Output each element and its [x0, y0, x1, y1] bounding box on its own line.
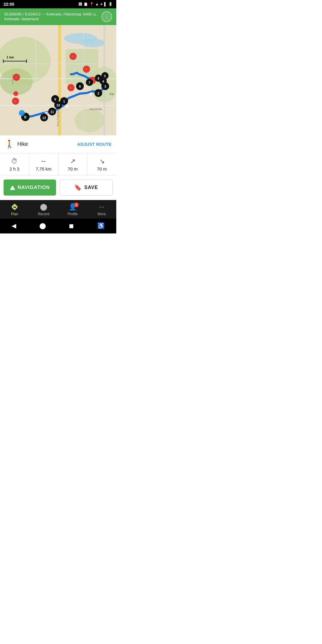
- svg-text:6: 6: [97, 77, 99, 80]
- arrow-text: →: [41, 12, 46, 16]
- stats-row: ⏱ 2 h 3 ↔ 7,75 km ↗ 70 m ↘ 70 m: [0, 153, 116, 175]
- navigation-label: NAVIGATION: [18, 185, 50, 190]
- nav-profile-label: Profile: [68, 212, 78, 216]
- distance-icon: ↔: [40, 157, 47, 165]
- header-bar: 50,856095 / 6,024013 → Kerkrade, Pleinst…: [0, 8, 116, 25]
- recents-button[interactable]: ◼: [64, 221, 79, 230]
- svg-text:8: 8: [79, 85, 81, 88]
- svg-text:4: 4: [102, 80, 104, 83]
- svg-text:🚶: 🚶: [84, 67, 89, 72]
- svg-text:3: 3: [104, 85, 106, 88]
- svg-text:Ring Parkstad: Ring Parkstad: [56, 109, 59, 126]
- svg-text:11: 11: [50, 110, 54, 114]
- svg-rect-19: [26, 59, 27, 63]
- svg-rect-18: [3, 59, 4, 63]
- navigate-triangle-icon: [10, 185, 15, 190]
- signal-icon: ▌: [104, 2, 107, 6]
- home-button[interactable]: ⬤: [35, 221, 51, 230]
- stat-duration: ⏱ 2 h 3: [0, 153, 29, 175]
- gallery-icon: 🖼: [78, 2, 82, 6]
- svg-text:12: 12: [42, 116, 46, 120]
- svg-point-2: [80, 38, 104, 47]
- svg-text:7: 7: [89, 81, 90, 84]
- coordinates-text: 50,856095 / 6,024013: [4, 12, 41, 16]
- battery-icon: 🔋: [108, 2, 113, 6]
- more-dots-icon: ···: [99, 203, 104, 211]
- svg-text:🚶: 🚶: [14, 75, 18, 80]
- save-label: SAVE: [84, 185, 98, 190]
- signal-x-icon: ✕: [100, 3, 103, 6]
- svg-point-4: [0, 68, 33, 95]
- nav-record-label: Record: [38, 212, 49, 216]
- accessibility-button[interactable]: ♿: [92, 221, 109, 230]
- action-row: NAVIGATION 🔖 SAVE: [0, 175, 116, 200]
- svg-text:🚶: 🚶: [13, 99, 18, 103]
- svg-text:1 km: 1 km: [7, 55, 14, 59]
- status-time: 22:00: [4, 2, 14, 7]
- svg-point-29: [13, 91, 18, 96]
- header-destination-text: 50,856095 / 6,024013 → Kerkrade, Pleinst…: [4, 12, 101, 22]
- nav-item-plan[interactable]: ➡ Plan: [0, 200, 29, 219]
- profile-badge: 1: [74, 202, 79, 207]
- nav-item-more[interactable]: ··· More: [87, 200, 117, 219]
- svg-text:Ker: Ker: [110, 92, 114, 96]
- svg-text:1: 1: [63, 100, 65, 103]
- stat-descent-value: 70 m: [97, 166, 107, 171]
- stat-distance-value: 7,75 km: [35, 166, 51, 171]
- save-button[interactable]: 🔖 SAVE: [60, 179, 113, 196]
- ascent-icon: ↗: [70, 157, 75, 165]
- svg-point-7: [75, 109, 104, 132]
- header-menu-button[interactable]: ⋮: [101, 11, 112, 22]
- wifi-icon: ▲: [95, 2, 99, 6]
- hike-info: 🚶 Hike: [5, 140, 28, 149]
- location-icon: 📍: [89, 2, 94, 6]
- svg-text:5: 5: [104, 75, 106, 78]
- three-dots-icon: ⋮: [104, 14, 109, 19]
- map-svg: Ring Parkstad Hofstraat 1 km 🚶 🚶 🚶 🚶 🚶 🚶: [0, 25, 116, 135]
- svg-text:9: 9: [54, 97, 56, 101]
- clipboard-icon: 📋: [83, 2, 88, 6]
- hike-row: 🚶 Hike ADJUST ROUTE: [0, 135, 116, 153]
- hike-icon: 🚶: [5, 140, 14, 149]
- svg-text:🚶: 🚶: [71, 55, 75, 59]
- nav-item-profile[interactable]: 👤 1 Profile: [58, 200, 87, 219]
- plan-icon: ➡: [11, 203, 18, 211]
- record-icon: ⬤: [40, 203, 47, 211]
- status-bar: 22:00 🖼 📋 📍 ▲ ✕ ▌ 🔋: [0, 0, 116, 8]
- hike-label: Hike: [17, 141, 28, 147]
- nav-plan-label: Plan: [11, 212, 18, 216]
- svg-text:🚶: 🚶: [69, 86, 73, 90]
- back-button[interactable]: ◀: [7, 221, 21, 230]
- status-icons: 🖼 📋 📍 ▲ ✕ ▌ 🔋: [78, 2, 113, 6]
- map-area[interactable]: Ring Parkstad Hofstraat 1 km 🚶 🚶 🚶 🚶 🚶 🚶: [0, 25, 116, 135]
- stat-duration-value: 2 h 3: [10, 166, 19, 171]
- descent-icon: ↘: [99, 157, 105, 165]
- adjust-route-button[interactable]: ADJUST ROUTE: [77, 142, 112, 147]
- svg-text:➡: ➡: [13, 205, 16, 209]
- stat-descent: ↘ 70 m: [87, 153, 116, 175]
- timer-icon: ⏱: [11, 157, 18, 165]
- stat-distance: ↔ 7,75 km: [29, 153, 58, 175]
- system-nav-bar: ◀ ⬤ ◼ ♿: [0, 219, 116, 233]
- svg-text:B: B: [24, 115, 27, 119]
- svg-text:Hamstraat: Hamstraat: [89, 108, 102, 111]
- nav-more-label: More: [98, 212, 106, 216]
- svg-rect-17: [3, 61, 27, 61]
- navigation-button[interactable]: NAVIGATION: [4, 179, 56, 196]
- bottom-navigation: ➡ Plan ⬤ Record 👤 1 Profile ··· More: [0, 200, 116, 219]
- stat-ascent-value: 70 m: [68, 166, 78, 171]
- stat-ascent: ↗ 70 m: [58, 153, 88, 175]
- bookmark-icon: 🔖: [74, 184, 82, 191]
- svg-text:2: 2: [97, 92, 99, 95]
- svg-text:10: 10: [56, 103, 60, 107]
- nav-item-record[interactable]: ⬤ Record: [29, 200, 58, 219]
